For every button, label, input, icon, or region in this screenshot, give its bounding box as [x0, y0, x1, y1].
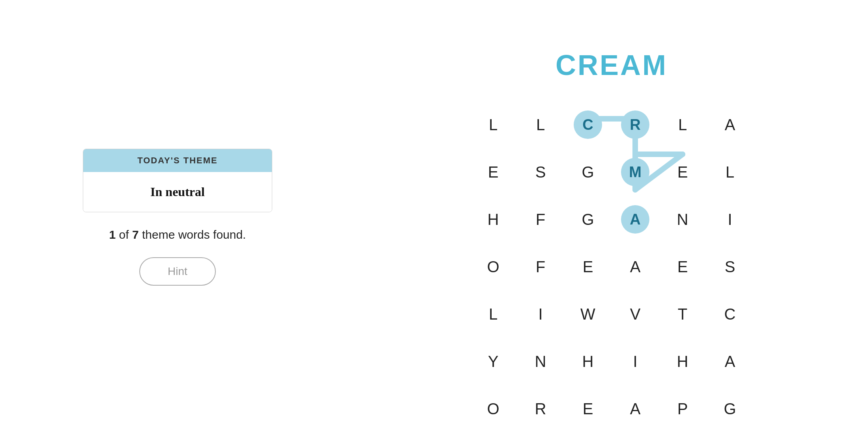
grid-cell-6-1[interactable]: R: [517, 385, 564, 432]
grid-cell-7-2[interactable]: N: [564, 432, 612, 434]
grid-cell-1-1[interactable]: S: [517, 148, 564, 196]
grid-cell-7-4[interactable]: N: [659, 432, 706, 434]
found-count: 1: [109, 228, 116, 241]
grid-cell-3-0[interactable]: O: [470, 243, 517, 290]
main-container: TODAY'S THEME In neutral 1 of 7 theme wo…: [0, 0, 868, 434]
grid-cell-6-3[interactable]: A: [612, 385, 659, 432]
theme-header: TODAY'S THEME: [83, 149, 272, 172]
grid-cell-5-3[interactable]: I: [612, 338, 659, 385]
left-panel: TODAY'S THEME In neutral 1 of 7 theme wo…: [0, 125, 355, 309]
grid-cell-5-4[interactable]: H: [659, 338, 706, 385]
grid-cell-7-0[interactable]: I: [470, 432, 517, 434]
grid-cell-0-0[interactable]: L: [470, 101, 517, 148]
grid-cell-5-5[interactable]: A: [706, 338, 754, 385]
grid-cell-7-3[interactable]: M: [612, 432, 659, 434]
grid-cell-3-3[interactable]: A: [612, 243, 659, 290]
grid-cell-2-2[interactable]: G: [564, 196, 612, 243]
grid-cell-4-1[interactable]: I: [517, 290, 564, 338]
grid-cell-1-0[interactable]: E: [470, 148, 517, 196]
grid-cell-0-2[interactable]: C: [564, 101, 612, 148]
grid-cell-1-2[interactable]: G: [564, 148, 612, 196]
theme-box: TODAY'S THEME In neutral: [83, 149, 272, 212]
grid-cell-6-4[interactable]: P: [659, 385, 706, 432]
grid-cell-1-3[interactable]: M: [612, 148, 659, 196]
grid-cell-0-3[interactable]: R: [612, 101, 659, 148]
grid-cell-2-5[interactable]: I: [706, 196, 754, 243]
grid-container: LLCRLAESGMELHFGANIOFEAESLIWVTCYNHIHAOREA…: [470, 101, 754, 385]
grid-cell-3-5[interactable]: S: [706, 243, 754, 290]
found-suffix: theme words found.: [142, 228, 246, 241]
found-of: of: [119, 228, 129, 241]
found-total: 7: [132, 228, 139, 241]
grid-cell-4-0[interactable]: L: [470, 290, 517, 338]
letter-grid: LLCRLAESGMELHFGANIOFEAESLIWVTCYNHIHAOREA…: [470, 101, 754, 434]
grid-cell-2-1[interactable]: F: [517, 196, 564, 243]
grid-cell-7-1[interactable]: V: [517, 432, 564, 434]
grid-cell-0-5[interactable]: A: [706, 101, 754, 148]
grid-cell-6-0[interactable]: O: [470, 385, 517, 432]
grid-cell-6-5[interactable]: G: [706, 385, 754, 432]
grid-cell-1-4[interactable]: E: [659, 148, 706, 196]
grid-cell-0-1[interactable]: L: [517, 101, 564, 148]
grid-cell-0-4[interactable]: L: [659, 101, 706, 148]
grid-cell-3-2[interactable]: E: [564, 243, 612, 290]
grid-cell-2-4[interactable]: N: [659, 196, 706, 243]
found-text: 1 of 7 theme words found.: [109, 228, 246, 241]
grid-cell-5-0[interactable]: Y: [470, 338, 517, 385]
grid-cell-2-3[interactable]: A: [612, 196, 659, 243]
theme-value: In neutral: [83, 172, 272, 212]
grid-cell-3-4[interactable]: E: [659, 243, 706, 290]
grid-cell-5-2[interactable]: H: [564, 338, 612, 385]
right-panel: CREAM: [355, 33, 868, 401]
grid-cell-4-5[interactable]: C: [706, 290, 754, 338]
grid-cell-5-1[interactable]: N: [517, 338, 564, 385]
grid-cell-1-5[interactable]: L: [706, 148, 754, 196]
hint-button[interactable]: Hint: [139, 257, 216, 286]
grid-cell-3-1[interactable]: F: [517, 243, 564, 290]
grid-cell-6-2[interactable]: E: [564, 385, 612, 432]
grid-cell-4-2[interactable]: W: [564, 290, 612, 338]
grid-cell-4-4[interactable]: T: [659, 290, 706, 338]
grid-cell-7-5[interactable]: E: [706, 432, 754, 434]
word-title: CREAM: [556, 49, 668, 81]
grid-cell-4-3[interactable]: V: [612, 290, 659, 338]
grid-cell-2-0[interactable]: H: [470, 196, 517, 243]
